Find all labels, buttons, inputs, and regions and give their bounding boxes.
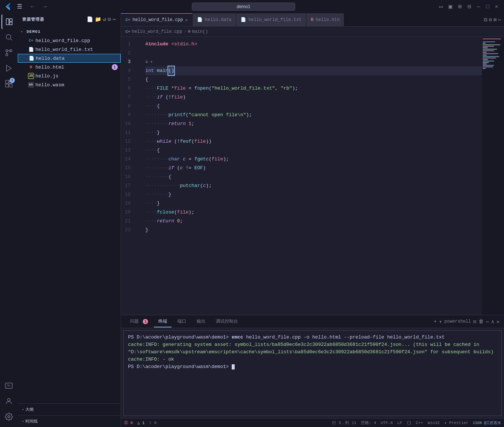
new-terminal-icon[interactable]: +: [434, 319, 436, 324]
kill-terminal-icon[interactable]: 🗑: [479, 319, 484, 324]
extensions-badge: 1: [10, 78, 15, 83]
tab-more-icon[interactable]: ⋯: [498, 17, 501, 23]
layout-4-icon[interactable]: ⊟: [465, 2, 473, 11]
svg-point-5: [6, 50, 8, 52]
refresh-icon[interactable]: ↺: [103, 16, 106, 22]
nav-back-button[interactable]: ←: [27, 3, 38, 11]
panel-tab-ports[interactable]: 端口: [173, 316, 191, 327]
minimap-line-7: [483, 47, 488, 48]
sidebar-item-txt[interactable]: 📄 hello_world_file.txt: [18, 45, 121, 54]
layout-3-icon[interactable]: ⊞: [456, 2, 464, 11]
statusbar-encoding[interactable]: UTF-8: [381, 421, 393, 425]
timeline-arrow-icon: ▸: [22, 419, 24, 423]
menu-icon[interactable]: ☰: [15, 2, 24, 11]
tabs-bar: C+ hello_word_file.cpp ✕ 📄 hello.data 📄 …: [121, 13, 504, 27]
statusbar-warnings[interactable]: △ 1: [137, 420, 145, 425]
new-folder-icon[interactable]: 📁: [95, 16, 101, 22]
debug-label: 调试控制台: [216, 319, 238, 324]
statusbar-line-col[interactable]: 行 3，列 11: [332, 420, 356, 426]
activity-settings[interactable]: [1, 409, 16, 424]
collapse-icon[interactable]: ⊟: [108, 16, 111, 22]
sidebar-item-cpp[interactable]: C+ hello_word_file.cpp: [18, 36, 121, 45]
split-editor-icon[interactable]: ⧉: [484, 17, 487, 23]
timeline-header[interactable]: ▸ 时间线: [18, 417, 121, 426]
activity-run[interactable]: [1, 61, 16, 76]
panel-close-icon[interactable]: ✕: [497, 319, 500, 325]
search-input[interactable]: demo1: [192, 3, 295, 11]
line-num-11: 11: [121, 128, 131, 137]
nav-forward-button[interactable]: →: [40, 3, 50, 11]
ports-label: 端口: [177, 319, 186, 324]
titlebar: ☰ ← → demo1 ▭ ▣ ⊞ ⊟ — □ ✕: [0, 0, 504, 13]
terminal-chevron-icon[interactable]: ▾: [439, 319, 442, 325]
line-num-7: 7: [121, 93, 131, 102]
activity-source-control[interactable]: [1, 45, 16, 60]
layout-1-icon[interactable]: ▭: [437, 2, 445, 11]
statusbar-spaces[interactable]: 空格: 4: [361, 420, 376, 426]
tab-txt[interactable]: 📄 hello_world_file.txt: [236, 13, 306, 26]
svg-point-7: [6, 54, 8, 56]
terminal-more-icon[interactable]: ⋯: [486, 319, 489, 325]
sidebar-item-wasm[interactable]: WA hello.wasm: [18, 80, 121, 89]
svg-rect-0: [6, 19, 9, 25]
maximize-button[interactable]: □: [484, 3, 491, 10]
statusbar-errors[interactable]: ⓪ 0: [124, 420, 133, 426]
code-content[interactable]: #include <stdio.h> ⚙ ▾ int main() {: [139, 37, 482, 315]
line-num-21: 21: [121, 217, 131, 226]
shell-label[interactable]: powershell: [444, 319, 471, 324]
wasm-file-label: hello.wasm: [35, 82, 118, 88]
tab-cpp-close[interactable]: ✕: [185, 17, 188, 23]
more-actions-icon[interactable]: ⋯: [113, 16, 116, 22]
main-layout: 1: [0, 13, 504, 427]
panel-tab-problems[interactable]: 问题 1: [125, 316, 152, 327]
activity-extensions[interactable]: 1: [1, 76, 16, 91]
tab-layout-icon[interactable]: ⊞: [493, 17, 496, 23]
tab-cpp[interactable]: C+ hello_word_file.cpp ✕: [121, 13, 193, 26]
statusbar-line-ending[interactable]: LF: [397, 421, 402, 425]
sidebar-item-html[interactable]: H hello.html 1: [18, 63, 121, 72]
activity-explorer[interactable]: [1, 14, 16, 29]
tree-project-root[interactable]: ▾ DEMO1: [18, 27, 121, 36]
lens-icon[interactable]: ⚙ ▾: [145, 58, 153, 66]
statusbar-language[interactable]: C++: [416, 421, 423, 425]
activity-search[interactable]: [1, 30, 16, 45]
statusbar-wintype[interactable]: Win32: [428, 421, 440, 425]
file-tree: ▾ DEMO1 C+ hello_word_file.cpp 📄 hello_w…: [18, 26, 121, 216]
panel-tab-output[interactable]: 输出: [192, 316, 210, 327]
panel-tab-terminal[interactable]: 终端: [154, 316, 172, 327]
statusbar-brackets[interactable]: {}: [407, 421, 411, 425]
minimize-button[interactable]: —: [475, 3, 482, 10]
activity-account[interactable]: [1, 394, 16, 409]
terminal-area[interactable]: PS D:\acoder\playground\wasm\demo1> emcc…: [123, 330, 502, 416]
outline-header[interactable]: ▸ 大纲: [18, 405, 121, 414]
panel-collapse-icon[interactable]: ∧: [491, 319, 494, 325]
breadcrumb-file[interactable]: hello_word_file.cpp: [132, 29, 182, 34]
line-num-10: 10: [121, 119, 131, 128]
panel-tab-debug[interactable]: 调试控制台: [211, 316, 242, 327]
terminal-line-1: PS D:\acoder\playground\wasm\demo1> emcc…: [128, 334, 497, 341]
split-terminal-icon[interactable]: ⊟: [473, 319, 476, 325]
statusbar-csdn: CSDN @工匠若水: [473, 420, 501, 426]
activity-bar: 1: [0, 13, 18, 427]
tab-settings-icon[interactable]: ⚙: [489, 17, 492, 23]
breadcrumb-fn[interactable]: main(): [192, 29, 208, 34]
activity-remote[interactable]: [1, 378, 16, 393]
statusbar-info[interactable]: ⑊ 0: [149, 421, 156, 425]
line-num-3: 3: [121, 58, 131, 66]
svg-line-4: [10, 39, 12, 40]
sidebar-item-data[interactable]: 📄 hello.data: [18, 54, 121, 63]
tab-html[interactable]: H hello.htn: [306, 13, 344, 26]
statusbar-prettier[interactable]: ✦ Prettier: [444, 420, 469, 425]
new-file-icon[interactable]: 📄: [87, 16, 93, 22]
sidebar-item-js[interactable]: JS hello.js: [18, 72, 121, 80]
minimap-line-15: [483, 59, 488, 60]
html-file-label: hello.html: [35, 65, 110, 70]
window-actions: ▭ ▣ ⊞ ⊟ — □ ✕: [437, 2, 500, 11]
layout-2-icon[interactable]: ▣: [446, 2, 455, 11]
minimap-line-19: [483, 65, 494, 66]
close-button[interactable]: ✕: [493, 3, 500, 10]
sidebar: 资源管理器 📄 📁 ↺ ⊟ ⋯ ▾ DEMO1 C+ hello_word_fi…: [18, 13, 121, 427]
minimap-content: [482, 37, 504, 72]
minimap-line-3: [483, 41, 495, 42]
tab-data[interactable]: 📄 hello.data: [193, 13, 236, 26]
